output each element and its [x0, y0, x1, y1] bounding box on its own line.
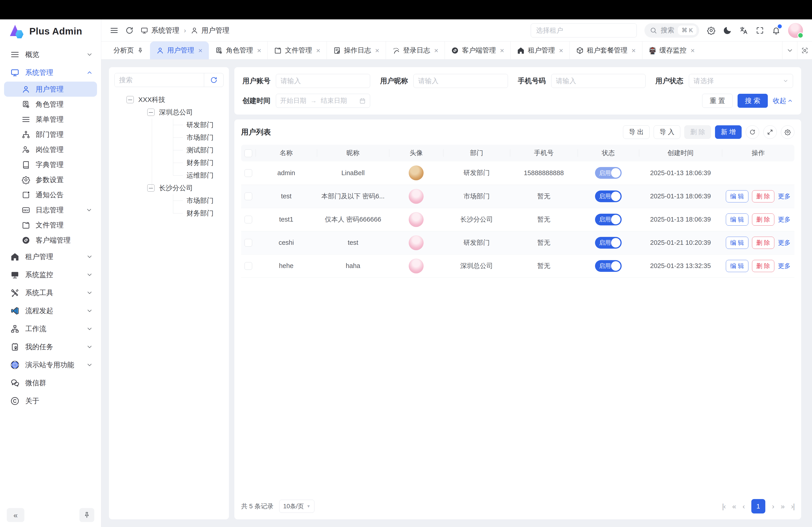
- sidebar-item[interactable]: 文件管理: [4, 217, 97, 232]
- tab[interactable]: 文件管理 ×: [267, 42, 327, 59]
- tree-node[interactable]: XXX科技: [114, 93, 223, 106]
- tab[interactable]: 分析页: [107, 42, 150, 59]
- tree-node[interactable]: 运维部门: [114, 169, 223, 182]
- sidebar-item[interactable]: 关于: [0, 392, 101, 410]
- edit-button[interactable]: 编 辑: [726, 260, 749, 272]
- select-all-checkbox[interactable]: [245, 149, 252, 157]
- close-icon[interactable]: ×: [691, 47, 695, 54]
- tab[interactable]: redis 缓存监控 ×: [642, 42, 701, 59]
- tab[interactable]: 租户套餐管理 ×: [569, 42, 642, 59]
- row-checkbox[interactable]: [245, 193, 252, 200]
- sidebar-item[interactable]: 我的任务: [0, 338, 101, 356]
- status-select[interactable]: [689, 74, 793, 88]
- menu-toggle-icon[interactable]: [110, 26, 118, 35]
- sidebar-item[interactable]: DEV 日志管理: [4, 202, 97, 217]
- tree-node[interactable]: 财务部门: [114, 207, 223, 220]
- search-button[interactable]: 搜 索: [738, 94, 768, 108]
- status-toggle[interactable]: 启用: [595, 260, 622, 272]
- close-icon[interactable]: ×: [632, 47, 636, 54]
- tab-list-dropdown-button[interactable]: [782, 42, 797, 59]
- tenant-select-input[interactable]: [531, 24, 637, 37]
- notifications-button[interactable]: [772, 26, 780, 35]
- language-icon[interactable]: [739, 26, 748, 35]
- phone-input[interactable]: [551, 74, 646, 88]
- sidebar-item[interactable]: 流程发起: [0, 302, 101, 320]
- more-button[interactable]: 更多: [778, 239, 791, 247]
- tab[interactable]: 用户管理 ×: [150, 42, 209, 59]
- close-icon[interactable]: ×: [559, 47, 563, 54]
- tab[interactable]: 登录日志 ×: [386, 42, 445, 59]
- sidebar-item[interactable]: 工作流: [0, 320, 101, 338]
- content-fullscreen-button[interactable]: [797, 42, 812, 59]
- edit-button[interactable]: 编 辑: [726, 213, 749, 226]
- sidebar-item[interactable]: 岗位管理: [4, 142, 97, 157]
- tree-node[interactable]: 深圳总公司: [114, 106, 223, 119]
- next-group-button[interactable]: »: [781, 502, 784, 511]
- sidebar-item[interactable]: 系统工具: [0, 284, 101, 302]
- sidebar-pin-button[interactable]: [79, 508, 94, 522]
- sidebar-collapse-button[interactable]: «: [7, 508, 24, 522]
- sidebar-item[interactable]: 参数设置: [4, 172, 97, 187]
- tab[interactable]: 客户端管理 ×: [445, 42, 510, 59]
- close-icon[interactable]: ×: [434, 47, 438, 54]
- delete-button[interactable]: 删 除: [684, 125, 711, 139]
- prev-page-button[interactable]: ‹: [742, 502, 744, 511]
- row-checkbox[interactable]: [245, 216, 252, 223]
- row-checkbox[interactable]: [245, 262, 252, 270]
- sidebar-item[interactable]: 部门管理: [4, 127, 97, 142]
- sidebar-item[interactable]: 字典管理: [4, 157, 97, 172]
- tree-node[interactable]: 市场部门: [114, 131, 223, 144]
- nickname-input[interactable]: [414, 74, 508, 88]
- sidebar-item[interactable]: 角色管理: [4, 97, 97, 112]
- more-button[interactable]: 更多: [778, 192, 791, 201]
- tree-search-input[interactable]: [115, 73, 204, 87]
- row-delete-button[interactable]: 删 除: [752, 260, 774, 272]
- status-toggle[interactable]: 启用: [595, 191, 622, 202]
- row-checkbox[interactable]: [245, 239, 252, 246]
- status-toggle[interactable]: 启用: [595, 237, 622, 249]
- tab[interactable]: 角色管理 ×: [209, 42, 268, 59]
- tree-node[interactable]: 财务部门: [114, 156, 223, 169]
- edit-button[interactable]: 编 辑: [726, 237, 749, 249]
- sidebar-item[interactable]: 微信群: [0, 374, 101, 392]
- sidebar-item[interactable]: 概览: [0, 46, 101, 63]
- tree-expander-icon[interactable]: [127, 96, 134, 103]
- close-icon[interactable]: ×: [198, 47, 203, 54]
- tree-node[interactable]: 测试部门: [114, 144, 223, 156]
- next-page-button[interactable]: ›: [772, 502, 774, 511]
- account-input[interactable]: [276, 74, 370, 88]
- close-icon[interactable]: ×: [375, 47, 379, 54]
- user-avatar[interactable]: [788, 23, 803, 38]
- date-range-input[interactable]: 开始日期 → 结束日期: [276, 94, 370, 108]
- collapse-filters-link[interactable]: 收起: [773, 96, 793, 105]
- table-settings-button[interactable]: [781, 125, 794, 139]
- import-button[interactable]: 导 入: [654, 125, 680, 139]
- table-refresh-button[interactable]: [746, 125, 759, 139]
- close-icon[interactable]: ×: [316, 47, 320, 54]
- status-toggle[interactable]: 启用: [595, 167, 622, 179]
- dark-mode-icon[interactable]: [723, 26, 732, 35]
- refresh-icon[interactable]: [125, 26, 134, 35]
- edit-button[interactable]: 编 辑: [726, 190, 749, 202]
- row-delete-button[interactable]: 删 除: [752, 213, 774, 226]
- tab[interactable]: 操作日志 ×: [327, 42, 386, 59]
- sidebar-item[interactable]: 用户管理: [4, 81, 97, 97]
- tree-node[interactable]: 市场部门: [114, 194, 223, 207]
- sidebar-item[interactable]: 系统管理: [0, 63, 101, 81]
- breadcrumb-item[interactable]: 用户管理: [201, 26, 229, 35]
- row-checkbox[interactable]: [245, 169, 252, 177]
- more-button[interactable]: 更多: [778, 262, 791, 270]
- page-size-select[interactable]: 10条/页 ▼: [279, 500, 315, 513]
- close-icon[interactable]: ×: [257, 47, 261, 54]
- sidebar-item[interactable]: 客户端管理: [4, 232, 97, 248]
- tree-node[interactable]: 长沙分公司: [114, 182, 223, 194]
- row-delete-button[interactable]: 删 除: [752, 237, 774, 249]
- tree-expander-icon[interactable]: [147, 109, 155, 116]
- sidebar-item[interactable]: 租户管理: [0, 248, 101, 266]
- first-page-button[interactable]: |‹: [722, 502, 725, 511]
- tree-expander-icon[interactable]: [147, 184, 155, 192]
- sidebar-item[interactable]: 系统监控: [0, 266, 101, 284]
- page-number-active[interactable]: 1: [751, 499, 765, 513]
- table-fullscreen-button[interactable]: [763, 125, 777, 139]
- sidebar-item[interactable]: 通知公告: [4, 187, 97, 202]
